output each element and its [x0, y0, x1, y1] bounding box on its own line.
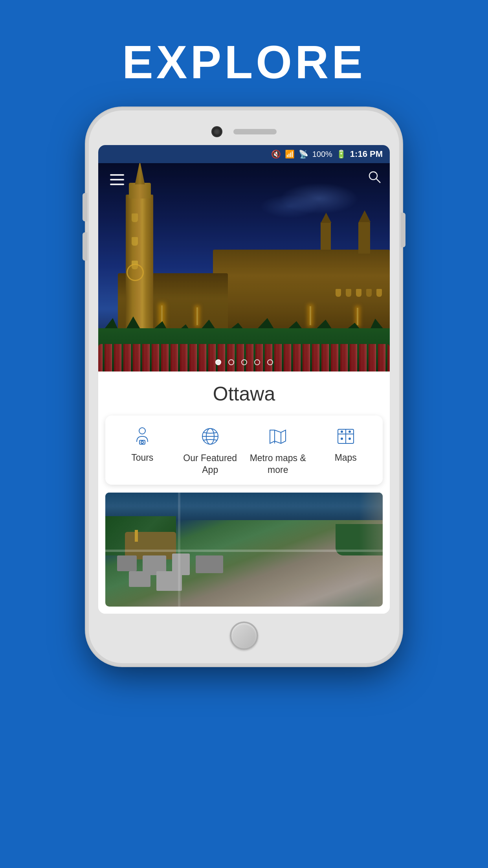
page-title: EXPLORE [122, 35, 366, 89]
speaker-grille [233, 129, 277, 134]
aerial-photo [105, 493, 383, 607]
hero-section [98, 163, 390, 371]
svg-point-4 [141, 441, 143, 443]
slide-dots [98, 359, 390, 365]
tours-icon [130, 424, 154, 449]
mute-icon: 🔇 [271, 149, 281, 159]
category-tours[interactable]: Tours [108, 424, 176, 476]
category-featured-app[interactable]: Our Featured App [176, 424, 244, 476]
volume-buttons [83, 193, 87, 221]
hamburger-menu-button[interactable] [107, 171, 127, 188]
categories-container: Tours Our Fea [105, 416, 383, 485]
dot-2[interactable] [228, 359, 234, 365]
volume-button-down [83, 232, 87, 261]
dot-3[interactable] [241, 359, 247, 365]
search-button[interactable] [367, 169, 382, 186]
city-name: Ottawa [105, 383, 383, 405]
featured-app-label: Our Featured App [176, 452, 244, 476]
status-bar: 🔇 📶 📡 100% 🔋 1:16 PM [98, 145, 390, 163]
battery-percent: 100% [312, 150, 332, 159]
svg-point-16 [349, 438, 350, 440]
tours-label: Tours [131, 452, 153, 463]
menu-line-3 [110, 184, 124, 185]
svg-point-15 [341, 438, 343, 440]
phone-shell: 🔇 📶 📡 100% 🔋 1:16 PM [89, 110, 399, 663]
front-camera [211, 126, 222, 137]
maps-icon [334, 424, 358, 449]
phone-top-bar [98, 123, 390, 145]
category-metro-maps[interactable]: Metro maps & more [244, 424, 312, 476]
time-display: 1:16 PM [350, 149, 383, 159]
svg-point-13 [341, 431, 343, 432]
menu-line-2 [110, 179, 124, 180]
signal-icon: 📡 [299, 149, 308, 159]
metro-maps-label: Metro maps & more [244, 452, 312, 476]
globe-icon [198, 424, 222, 449]
svg-point-2 [139, 428, 145, 434]
metro-map-icon [266, 424, 290, 449]
dot-1[interactable] [215, 359, 221, 365]
phone-bottom-bar [98, 614, 390, 654]
menu-line-1 [110, 174, 124, 176]
category-maps[interactable]: Maps [312, 424, 380, 476]
dot-4[interactable] [254, 359, 260, 365]
phone-screen: 🔇 📶 📡 100% 🔋 1:16 PM [98, 145, 390, 614]
content-area: Ottawa [98, 371, 390, 614]
svg-point-14 [349, 431, 350, 432]
battery-icon: 🔋 [336, 149, 346, 159]
dot-5[interactable] [267, 359, 273, 365]
home-button[interactable] [230, 622, 258, 650]
wifi-icon: 📶 [285, 149, 295, 159]
power-button [401, 213, 405, 247]
svg-line-1 [376, 179, 380, 183]
svg-point-0 [369, 172, 377, 180]
search-icon [367, 169, 382, 184]
maps-label: Maps [335, 452, 357, 463]
